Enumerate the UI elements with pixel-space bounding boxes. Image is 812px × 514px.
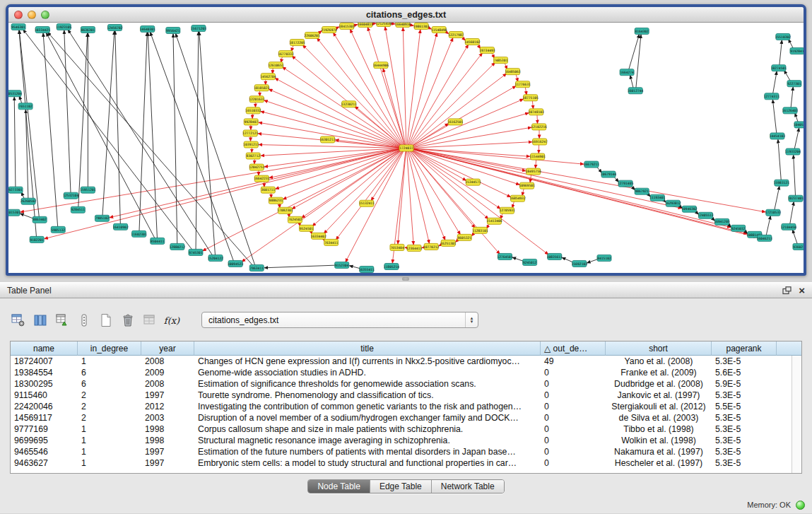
graph-node[interactable]: 10748103: [529, 109, 544, 115]
graph-node[interactable]: 12405513: [698, 212, 713, 218]
graph-node[interactable]: 9360217: [793, 243, 804, 250]
graph-node[interactable]: 14454103: [770, 133, 785, 139]
graph-node[interactable]: 12201637: [249, 96, 264, 103]
splitter-handle[interactable]: [402, 277, 409, 281]
graph-node[interactable]: 16485063: [505, 69, 520, 75]
show-columns-button[interactable]: [32, 312, 49, 329]
graph-node[interactable]: 16293812: [665, 200, 681, 206]
table-row[interactable]: 969969511998Structural magnetic resonanc…: [11, 435, 801, 446]
graph-node[interactable]: 16854932: [510, 195, 525, 201]
graph-node[interactable]: 18495756: [526, 168, 541, 175]
graph-node[interactable]: 12764501: [497, 253, 512, 259]
graph-node[interactable]: 9227301: [787, 81, 801, 87]
graph-node[interactable]: 10679144: [601, 171, 616, 177]
graph-node[interactable]: 9284511: [71, 206, 85, 213]
graph-node[interactable]: 15344571: [465, 179, 481, 185]
graph-node[interactable]: 26260502: [20, 198, 36, 204]
graph-node[interactable]: 7651102: [18, 103, 33, 110]
float-panel-button[interactable]: [782, 286, 792, 295]
column-header-year[interactable]: year: [141, 341, 194, 356]
graph-node[interactable]: 10531204: [8, 90, 22, 97]
graph-node[interactable]: 22606201: [304, 33, 319, 39]
graph-node[interactable]: 15983121: [774, 180, 789, 186]
graph-node[interactable]: 7624502: [288, 216, 302, 223]
graph-node[interactable]: 16444906: [373, 62, 389, 69]
graph-node[interactable]: 18185823: [254, 85, 269, 91]
graph-node[interactable]: 8504411: [151, 238, 165, 244]
column-header-pagerank[interactable]: pagerank: [712, 341, 777, 356]
delete-table-button[interactable]: [119, 312, 136, 329]
graph-node[interactable]: 17210533: [765, 209, 781, 216]
graph-node[interactable]: 15951201: [80, 187, 95, 193]
graph-node[interactable]: 16126403: [782, 107, 798, 114]
graph-node[interactable]: 10969501: [519, 182, 535, 189]
graph-node[interactable]: 8302712: [246, 153, 260, 159]
graph-node[interactable]: 19734493: [479, 47, 495, 54]
graph-node[interactable]: 16642231: [254, 175, 269, 182]
table-row[interactable]: 911546021997Tourette syndrome. Phenomeno…: [11, 390, 801, 401]
graph-node[interactable]: 11923105: [56, 24, 71, 30]
graph-node[interactable]: 10835611: [547, 253, 563, 259]
table-row[interactable]: 977716911998Corpus callosum shape and si…: [11, 424, 801, 435]
column-header-name[interactable]: name: [11, 341, 78, 356]
graph-node[interactable]: 7634411: [324, 239, 339, 245]
graph-node[interactable]: 16334402: [310, 233, 326, 239]
graph-node[interactable]: 9867921: [635, 188, 649, 194]
graph-node[interactable]: 21926974: [322, 27, 337, 33]
table-row[interactable]: 946554611997Estimation of the future num…: [11, 446, 801, 457]
graph-node[interactable]: 9182201: [30, 236, 44, 243]
graph-node[interactable]: 9546301: [11, 24, 25, 30]
graph-node[interactable]: 12125430: [376, 23, 392, 27]
graph-node[interactable]: 15204122: [208, 255, 223, 261]
graph-node[interactable]: 15413406: [486, 218, 502, 224]
graph-node[interactable]: 16510332: [245, 107, 261, 114]
network-canvas[interactable]: 1724037181722051677033312610651145627041…: [8, 23, 804, 273]
disabled-table-button[interactable]: [141, 312, 158, 329]
graph-node[interactable]: 14640301: [140, 26, 155, 33]
graph-node[interactable]: 12456702: [107, 25, 122, 31]
graph-node[interactable]: 16679211: [584, 161, 599, 168]
table-row[interactable]: 2242004622012Investigating the contribut…: [11, 401, 801, 412]
table-settings-button[interactable]: [10, 312, 27, 329]
graph-node[interactable]: 12705931: [499, 207, 514, 214]
graph-node[interactable]: 7963411: [249, 264, 264, 271]
graph-node[interactable]: 8415102: [597, 255, 611, 261]
graph-node[interactable]: 9956421: [166, 28, 180, 34]
graph-node[interactable]: 9152304: [335, 262, 349, 268]
graph-node[interactable]: 15692103: [572, 260, 587, 267]
import-table-button[interactable]: [54, 312, 71, 329]
graph-node[interactable]: 11933204: [785, 148, 801, 155]
graph-node[interactable]: 16046213: [757, 235, 772, 241]
graph-node[interactable]: 7653404: [390, 244, 404, 250]
graph-node[interactable]: 18775105: [523, 95, 539, 101]
graph-node[interactable]: 12610651: [268, 62, 283, 69]
memory-status-indicator[interactable]: [796, 501, 805, 510]
new-table-button[interactable]: [98, 312, 114, 329]
graph-node[interactable]: 10770212: [423, 243, 439, 250]
graph-node[interactable]: 10237401: [788, 195, 804, 201]
tab-edge-table[interactable]: Edge Table: [370, 480, 432, 493]
graph-node[interactable]: 16640910: [395, 23, 411, 28]
graph-node[interactable]: 12791405: [618, 180, 633, 187]
graph-node[interactable]: 15132411: [359, 200, 375, 206]
graph-node[interactable]: 9524501: [299, 225, 313, 231]
graph-node[interactable]: 16604811: [358, 23, 373, 28]
graph-node[interactable]: 14560102: [464, 39, 480, 45]
graph-node[interactable]: 9245012: [523, 259, 537, 265]
graph-node[interactable]: 8636301: [81, 27, 95, 33]
table-row[interactable]: 946362711997Embryonic stem cells: a mode…: [11, 457, 801, 469]
graph-node[interactable]: 16410902: [112, 223, 128, 230]
graph-node[interactable]: 15671203: [191, 25, 206, 32]
graph-node[interactable]: 11602301: [131, 230, 147, 237]
column-header-short[interactable]: short: [606, 341, 712, 356]
table-scrollbar[interactable]: [792, 356, 801, 473]
graph-node[interactable]: 3601711: [261, 187, 275, 193]
graph-node[interactable]: 5905132: [51, 226, 65, 233]
graph-node[interactable]: 16941205: [714, 218, 729, 225]
graph-node[interactable]: 1724037: [399, 145, 413, 151]
window-titlebar[interactable]: citations_edges.txt: [8, 7, 804, 23]
graph-node[interactable]: 9192841: [790, 48, 804, 54]
table-row[interactable]: 1872400712008Changes of HCN gene express…: [11, 356, 801, 367]
graph-node[interactable]: 12217987: [448, 32, 464, 38]
graph-node[interactable]: 10391211: [243, 141, 259, 148]
